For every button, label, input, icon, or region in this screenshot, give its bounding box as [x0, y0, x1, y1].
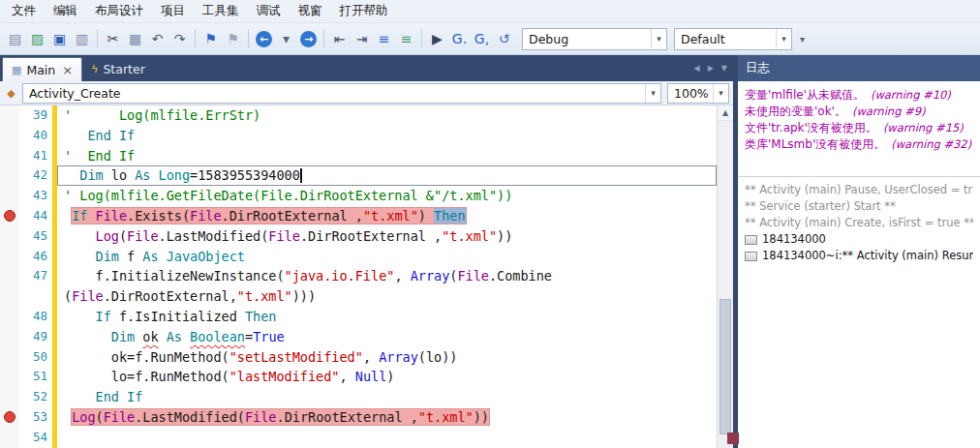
copy-icon[interactable]: ▦	[124, 28, 146, 49]
code-text[interactable]: If f.IsInitialized Then	[57, 307, 717, 327]
log-entry[interactable]: ** Activity (main) Pause, UserClosed = t…	[745, 183, 973, 197]
menu-item-3[interactable]: 项目	[152, 0, 194, 22]
breakpoint-margin[interactable]	[0, 226, 19, 247]
menu-item-6[interactable]: 视窗	[290, 0, 331, 22]
breakpoint-margin[interactable]	[0, 347, 19, 368]
code-line[interactable]: 48 If f.IsInitialized Then	[0, 307, 717, 327]
chevron-down-icon[interactable]: ▾	[713, 84, 728, 103]
code-text[interactable]: lo=f.RunMethod("lastModified", Null)	[57, 367, 717, 387]
warning-item[interactable]: 未使用的变量'ok'。(warning #9)	[745, 104, 973, 120]
code-text[interactable]: Dim f As JavaObject	[57, 247, 717, 267]
log-entry[interactable]: ** Service (starter) Start **	[745, 199, 973, 214]
code-text[interactable]: If File.Exists(File.DirRootExternal ,"t.…	[57, 206, 717, 226]
code-text[interactable]: f.InitializeNewInstance("java.io.File", …	[57, 266, 717, 286]
code-line[interactable]: 46 Dim f As JavaObject	[0, 247, 717, 267]
log-entry[interactable]: ** Activity (main) Create, isFirst = tru…	[745, 216, 973, 230]
log-entry[interactable]: 184134000~i:** Activity (main) Resume **	[745, 249, 973, 263]
bookmark-next-icon[interactable]: ⚑	[222, 28, 244, 49]
code-line[interactable]: 41' End If	[0, 146, 717, 166]
code-text[interactable]: Log(File.LastModified(File.DirRootExtern…	[57, 226, 717, 247]
breakpoint-margin[interactable]	[0, 428, 19, 448]
navigate-forward-icon[interactable]: →	[297, 28, 320, 49]
code-text[interactable]: End If	[57, 126, 717, 146]
scroll-up-icon[interactable]: ▲	[718, 105, 733, 121]
code-line[interactable]: 50 ok=f.RunMethod("setLastModified", Arr…	[0, 347, 717, 368]
chevron-down-icon[interactable]: ▾	[776, 29, 791, 49]
bookmark-icon[interactable]: ⚑	[199, 28, 222, 49]
menu-item-7[interactable]: 打开帮助	[331, 0, 397, 22]
menu-item-5[interactable]: 调试	[248, 0, 290, 22]
code-line[interactable]: 43' Log(mlfile.GetFileDate(File.DirRootE…	[0, 186, 717, 206]
code-line[interactable]: 39' Log(mlfile.ErrStr)	[0, 105, 717, 126]
breakpoint-icon[interactable]	[4, 210, 15, 222]
build-config-combo[interactable]: Debug ▾	[522, 28, 667, 50]
comment-icon[interactable]: ≡	[373, 28, 395, 49]
breakpoint-margin[interactable]	[0, 206, 19, 226]
code-line[interactable]: (File.DirRootExternal,"t.xml")))	[0, 286, 717, 307]
breakpoint-icon[interactable]	[4, 411, 15, 423]
undo-icon[interactable]: ↶	[146, 28, 168, 49]
open-file-icon[interactable]: ▨	[26, 28, 48, 49]
tab-main[interactable]: ▦Main×	[2, 57, 82, 81]
code-line[interactable]: 53 Log(File.LastModified(File.DirRootExt…	[0, 407, 717, 428]
breakpoint-margin[interactable]	[0, 186, 19, 206]
breakpoint-margin[interactable]	[0, 165, 19, 186]
code-text[interactable]: ' Log(mlfile.GetFileDate(File.DirRootExt…	[57, 186, 717, 206]
indent-icon[interactable]: ⇥	[351, 28, 373, 49]
scroll-left-icon[interactable]: ◀	[694, 64, 700, 73]
code-line[interactable]: 44 If File.Exists(File.DirRootExternal ,…	[0, 206, 717, 226]
menu-item-0[interactable]: 文件	[3, 0, 45, 22]
tab-list-icon[interactable]: ▼	[721, 64, 727, 73]
code-text[interactable]: Log(File.LastModified(File.DirRootExtern…	[57, 407, 717, 428]
breakpoint-margin[interactable]	[0, 407, 19, 428]
redo-icon[interactable]: ↷	[168, 28, 191, 49]
goto-definition-icon[interactable]: G.	[448, 28, 471, 49]
panel-splitter[interactable]	[733, 55, 738, 448]
zoom-combo[interactable]: 100% ▾	[667, 83, 729, 104]
code-text[interactable]: Dim lo As Long=1583955394000	[57, 165, 717, 186]
code-text[interactable]: (File.DirRootExternal,"t.xml")))	[57, 286, 717, 307]
toolbar-overflow-icon[interactable]: ▾	[800, 34, 805, 45]
chevron-down-icon[interactable]: ▾	[645, 84, 660, 103]
uncomment-icon[interactable]: ≡	[395, 28, 417, 49]
breakpoint-margin[interactable]	[0, 146, 19, 166]
navigate-back-icon[interactable]: ←	[253, 28, 275, 49]
code-line[interactable]: 42 Dim lo As Long=1583955394000	[0, 165, 717, 186]
scroll-right-icon[interactable]: ▶	[708, 64, 714, 73]
code-text[interactable]: ' Log(mlfile.ErrStr)	[57, 105, 717, 126]
menu-item-4[interactable]: 工具集	[194, 0, 248, 22]
log-entry[interactable]: 184134000	[745, 232, 973, 247]
tab-starter[interactable]: ϟStarter	[82, 57, 154, 81]
code-line[interactable]: 54	[0, 428, 717, 448]
breakpoint-margin[interactable]	[0, 286, 19, 307]
menu-item-2[interactable]: 布局设计	[86, 0, 152, 22]
warning-item[interactable]: 变量'mlfile'从未赋值。(warning #10)	[745, 87, 973, 104]
code-line[interactable]: 45 Log(File.LastModified(File.DirRootExt…	[0, 226, 717, 247]
close-icon[interactable]: ×	[62, 63, 73, 77]
sub-selector-combo[interactable]: Activity_Create ▾	[22, 83, 661, 104]
run-icon[interactable]: ▶	[426, 28, 448, 49]
save-icon[interactable]: ▣	[48, 28, 71, 49]
warning-item[interactable]: 文件'tr.apk'没有被使用。(warning #15)	[745, 120, 973, 136]
breakpoint-margin[interactable]	[0, 307, 19, 327]
code-text[interactable]: ' End If	[57, 146, 717, 166]
code-line[interactable]: 40 End If	[0, 126, 717, 146]
code-line[interactable]: 51 lo=f.RunMethod("lastModified", Null)	[0, 367, 717, 387]
theme-config-combo[interactable]: Default ▾	[674, 28, 792, 50]
code-text[interactable]: ok=f.RunMethod("setLastModified", Array(…	[57, 347, 717, 368]
breakpoint-margin[interactable]	[0, 126, 19, 146]
restart-icon[interactable]: ↺	[493, 28, 515, 49]
cut-icon[interactable]: ✂	[102, 28, 124, 49]
warning-item[interactable]: 类库'MLsmb'没有被使用。(warning #32)	[745, 136, 973, 153]
code-line[interactable]: 47 f.InitializeNewInstance("java.io.File…	[0, 266, 717, 286]
code-text[interactable]: End If	[57, 387, 717, 407]
code-line[interactable]: 49 Dim ok As Boolean=True	[0, 327, 717, 347]
breakpoint-margin[interactable]	[0, 105, 19, 126]
outdent-icon[interactable]: ⇤	[328, 28, 351, 49]
breakpoint-margin[interactable]	[0, 247, 19, 267]
find-references-icon[interactable]: G,	[471, 28, 493, 49]
menu-item-1[interactable]: 编辑	[45, 0, 86, 22]
breakpoint-margin[interactable]	[0, 367, 19, 387]
code-editor[interactable]: 39' Log(mlfile.ErrStr)40 End If41' End I…	[0, 105, 733, 448]
chevron-down-icon[interactable]: ▾	[651, 29, 666, 49]
